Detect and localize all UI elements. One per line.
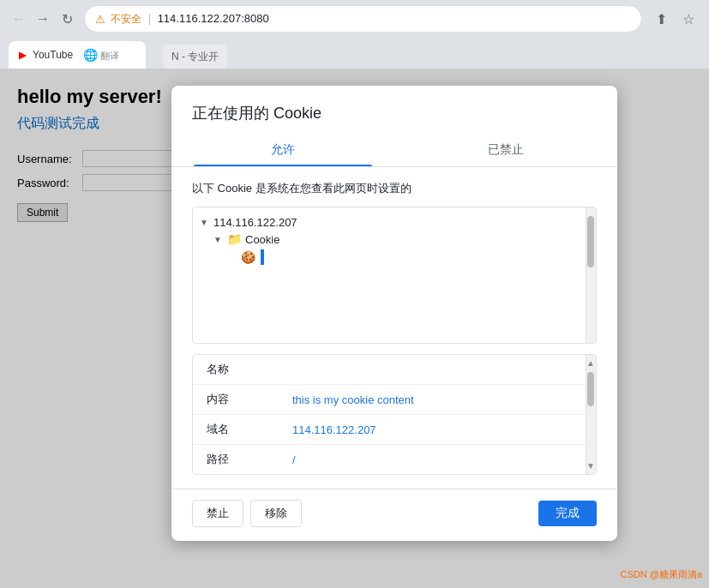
folder-icon: 📁 <box>227 232 242 246</box>
tab-allow[interactable]: 允许 <box>171 134 394 166</box>
cookie-modal: 正在使用的 Cookie 允许 已禁止 以下 Cookie 是系统在您查看此网页… <box>171 86 617 541</box>
forward-button[interactable]: → <box>33 9 53 29</box>
tree-scrollbar[interactable] <box>586 207 596 343</box>
modal-body: 以下 Cookie 是系统在您查看此网页时设置的 ▼ 114.116.122.2… <box>171 167 617 489</box>
tree-folder-item[interactable]: ▼ 📁 Cookie <box>213 231 589 248</box>
security-icon: ⚠ <box>95 13 105 26</box>
detail-content-row: 内容 this is my cookie content <box>193 385 596 415</box>
detail-name-label: 名称 <box>207 362 258 377</box>
tab-youtube[interactable]: ▶ YouTube 🌐 翻译 <box>9 41 146 69</box>
nav-buttons: ← → ↻ <box>9 9 77 29</box>
scroll-up-icon: ▲ <box>586 358 595 368</box>
tab-extra[interactable]: N - 专业开 <box>163 45 227 69</box>
tab-youtube-label: YouTube <box>33 49 73 61</box>
detail-content-value: this is my cookie content <box>292 393 414 406</box>
tree-domain-label: 114.116.122.207 <box>213 216 297 229</box>
done-button[interactable]: 完成 <box>538 501 597 526</box>
detail-domain-label: 域名 <box>207 422 258 437</box>
page-content: hello my server! 代码测试完成 Username: Passwo… <box>0 69 709 588</box>
reload-button[interactable]: ↻ <box>57 9 77 29</box>
remove-button[interactable]: 移除 <box>250 500 302 527</box>
detail-domain-value: 114.116.122.207 <box>292 423 376 436</box>
share-button[interactable]: ⬆ <box>649 7 673 31</box>
youtube-favicon: ▶ <box>19 50 26 61</box>
details-scrollbar-thumb <box>587 372 594 406</box>
url-text: 不安全 | 114.116.122.207:8080 <box>111 12 631 27</box>
detail-path-label: 路径 <box>207 452 258 467</box>
footer-left: 禁止 移除 <box>192 500 302 527</box>
bookmark-button[interactable]: ☆ <box>676 7 700 31</box>
modal-overlay: 正在使用的 Cookie 允许 已禁止 以下 Cookie 是系统在您查看此网页… <box>0 69 709 588</box>
detail-path-row: 路径 / <box>193 445 596 474</box>
watermark: CSDN @糖果雨滴a <box>620 568 702 581</box>
selection-indicator <box>261 249 264 265</box>
tree-folder-label: Cookie <box>245 233 279 246</box>
tree-toggle-2: ▼ <box>213 235 224 244</box>
modal-tabs: 允许 已禁止 <box>171 134 617 167</box>
details-scrollbar[interactable]: ▲ ▼ <box>586 355 596 474</box>
tree-child: ▼ 📁 Cookie 🍪 <box>213 231 589 267</box>
cookie-description: 以下 Cookie 是系统在您查看此网页时设置的 <box>192 181 597 196</box>
modal-title: 正在使用的 Cookie <box>171 86 617 123</box>
tree-cookie-item[interactable]: 🍪 <box>241 248 589 267</box>
tabs-bar: ▶ YouTube 🌐 翻译 N - 专业开 <box>0 38 709 69</box>
detail-domain-row: 域名 114.116.122.207 <box>193 415 596 445</box>
security-label: 不安全 <box>111 13 141 25</box>
tree-domain-item[interactable]: ▼ 114.116.122.207 <box>200 214 589 231</box>
detail-path-value: / <box>292 453 296 466</box>
back-button[interactable]: ← <box>9 9 29 29</box>
modal-footer: 禁止 移除 完成 <box>171 489 617 541</box>
browser-chrome: ← → ↻ ⚠ 不安全 | 114.116.122.207:8080 ⬆ ☆ ▶… <box>0 0 709 69</box>
detail-content-label: 内容 <box>207 392 258 407</box>
tab-blocked[interactable]: 已禁止 <box>394 134 617 166</box>
detail-name-row: 名称 <box>193 355 596 385</box>
cookie-tree[interactable]: ▼ 114.116.122.207 ▼ 📁 Cookie 🍪 <box>192 207 597 344</box>
url-value: 114.116.122.207:8080 <box>158 12 269 25</box>
block-button[interactable]: 禁止 <box>192 500 243 527</box>
tree-scrollbar-thumb <box>587 216 594 267</box>
cookie-icon: 🍪 <box>241 250 255 264</box>
browser-toolbar: ← → ↻ ⚠ 不安全 | 114.116.122.207:8080 ⬆ ☆ <box>0 0 709 38</box>
address-bar[interactable]: ⚠ 不安全 | 114.116.122.207:8080 <box>84 5 642 33</box>
details-panel: ▲ ▼ 名称 内容 this is my cookie content 域名 <box>192 354 597 475</box>
toolbar-actions: ⬆ ☆ <box>649 7 700 31</box>
tree-grandchild: 🍪 <box>241 248 589 267</box>
tree-toggle-1: ▼ <box>200 218 210 227</box>
tab-translate[interactable]: 🌐 翻译 <box>83 48 119 63</box>
scroll-down-icon: ▼ <box>586 461 595 471</box>
